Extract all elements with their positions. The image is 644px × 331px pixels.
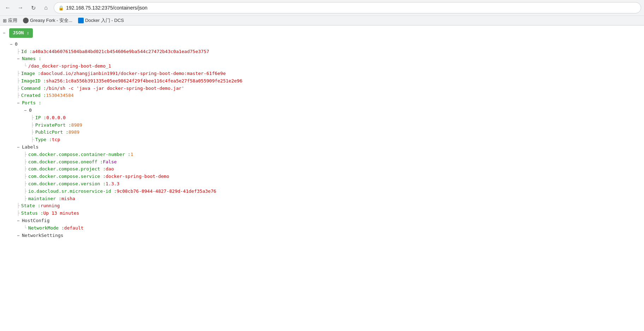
bookmark-apps[interactable]: ⊞ 应用 — [3, 17, 17, 24]
label-item-key-5: io.daocloud.sr.microservice-id : — [28, 188, 117, 195]
labels-expand-icon[interactable]: − — [17, 144, 22, 151]
label-item-key-3: com.docker.compose.service : — [28, 173, 106, 180]
status-connector: ├ — [17, 210, 20, 217]
root-index: 0 — [15, 41, 18, 48]
label-item-value-3: docker-spring-boot-demo — [106, 173, 169, 180]
bookmark-greasy-fork[interactable]: Greasy Fork - 安全... — [23, 17, 72, 24]
id-value: a40a3c44b60761504ba84bd021cb454606e9ba54… — [32, 48, 209, 56]
address-bar[interactable]: 🔒 — [54, 2, 641, 13]
nav-bar: ← → ↻ ⌂ 🔒 — [0, 0, 644, 16]
host-config-row: − HostConfig — [17, 217, 641, 225]
host-config-expand-icon[interactable]: − — [17, 217, 22, 224]
image-value: daocloud.io/zhangjianbin1991/docker-spri… — [41, 70, 226, 77]
names-expand-icon[interactable]: − — [17, 56, 22, 62]
network-settings-expand-icon[interactable]: − — [17, 232, 22, 239]
lock-icon: 🔒 — [58, 5, 64, 11]
public-port-connector: ├ — [31, 129, 34, 136]
label-item-key-4: com.docker.compose.version : — [28, 180, 106, 188]
label-item-key-6: maintainer : — [28, 195, 61, 203]
label-item-value-4: 1.3.3 — [106, 180, 119, 188]
forward-button[interactable]: → — [16, 3, 25, 13]
label-item-3: ├com.docker.compose.service : docker-spr… — [24, 173, 641, 180]
address-input[interactable] — [66, 5, 637, 11]
command-row: ├ Command : /bin/sh -c 'java -jar docker… — [17, 85, 641, 92]
network-mode-connector: └ — [24, 225, 27, 232]
label-item-value-0: 1 — [130, 151, 133, 158]
ip-value: 0.0.0.0 — [46, 114, 66, 122]
command-value: /bin/sh -c 'java -jar docker-spring-boot… — [46, 85, 184, 92]
json-badge[interactable]: JSON : — [9, 28, 33, 38]
id-connector: ├ — [17, 48, 20, 56]
created-value: 1530434584 — [46, 92, 73, 99]
label-item-connector-6: ├ — [24, 195, 27, 203]
state-connector: ├ — [17, 202, 20, 210]
public-port-row: ├ PublicPort : 8989 — [31, 129, 641, 136]
apps-grid-icon: ⊞ — [3, 18, 7, 23]
public-port-key: PublicPort : — [35, 129, 69, 136]
ports-index: 0 — [29, 107, 32, 114]
back-button[interactable]: ← — [3, 3, 13, 13]
labels-row: − Labels — [17, 144, 641, 151]
created-key: Created : — [21, 92, 46, 99]
refresh-button[interactable]: ↻ — [28, 3, 38, 13]
label-item-connector-3: ├ — [24, 173, 27, 180]
public-port-value: 8989 — [69, 129, 79, 136]
bookmarks-bar: ⊞ 应用 Greasy Fork - 安全... Docker 入门 - DCS — [0, 16, 644, 25]
label-item-connector-1: ├ — [24, 158, 27, 166]
image-id-connector: ├ — [17, 77, 20, 85]
image-row: ├ Image : daocloud.io/zhangjianbin1991/d… — [17, 70, 641, 77]
type-value: tcp — [52, 136, 60, 144]
root-collapse-icon[interactable]: − — [3, 30, 8, 36]
label-item-key-1: com.docker.compose.oneoff : — [28, 158, 103, 166]
home-button[interactable]: ⌂ — [41, 3, 51, 13]
type-connector: ├ — [31, 136, 34, 144]
label-item-value-2: dao — [106, 166, 114, 173]
ports-row: − Ports : — [17, 99, 641, 107]
label-items-container: ├com.docker.compose.container-number : 1… — [3, 151, 641, 203]
docker-favicon — [78, 18, 84, 23]
names-0-row: └ /dao_docker-spring-boot-demo_1 — [24, 63, 641, 70]
label-item-key-0: com.docker.compose.container-number : — [28, 151, 131, 158]
label-item-value-5: 9c08cb76-0944-4827-829d-41def35a3e76 — [117, 188, 216, 195]
created-row: ├ Created : 1530434584 — [17, 92, 641, 99]
label-item-connector-0: ├ — [24, 151, 27, 158]
label-item-key-2: com.docker.compose.project : — [28, 166, 106, 173]
names-row: − Names : — [17, 55, 641, 63]
ports-expand-icon[interactable]: − — [17, 100, 22, 106]
greasy-fork-label: Greasy Fork - 安全... — [30, 17, 72, 24]
network-mode-key: NetworkMode : — [28, 225, 64, 232]
json-viewer: − JSON : − 0 ├ Id : a40a3c44b60761504ba8… — [0, 25, 644, 242]
type-row: ├ Type : tcp — [31, 136, 641, 144]
label-item-5: ├io.daocloud.sr.microservice-id : 9c08cb… — [24, 188, 641, 195]
type-key: Type : — [35, 136, 52, 144]
root-node: − 0 — [10, 41, 641, 48]
label-item-2: ├com.docker.compose.project : dao — [24, 166, 641, 173]
json-viewer-header: − JSON : — [3, 28, 641, 38]
network-settings-row: − NetworkSettings — [17, 232, 641, 239]
label-item-value-1: False — [103, 158, 117, 166]
browser-chrome: ← → ↻ ⌂ 🔒 ⊞ 应用 Greasy Fork - 安全... Docke… — [0, 0, 644, 25]
status-key: Status : — [21, 210, 43, 217]
ports-key: Ports : — [22, 99, 41, 107]
bookmark-docker[interactable]: Docker 入门 - DCS — [78, 17, 124, 24]
ip-connector: ├ — [31, 114, 34, 122]
host-config-key: HostConfig — [22, 217, 49, 225]
private-port-key: PrivatePort : — [35, 122, 71, 129]
network-mode-row: └ NetworkMode : default — [24, 225, 641, 232]
labels-key: Labels — [22, 144, 39, 151]
root-expand-icon[interactable]: − — [10, 41, 15, 48]
names-key: Names : — [22, 55, 41, 63]
label-item-value-6: misha — [61, 195, 75, 203]
label-item-connector-5: ├ — [24, 188, 27, 195]
apps-label: 应用 — [8, 17, 17, 24]
names-0-value: /dao_docker-spring-boot-demo_1 — [28, 63, 111, 70]
ip-row: ├ IP : 0.0.0.0 — [31, 114, 641, 122]
image-connector: ├ — [17, 70, 20, 77]
ports-0-expand-icon[interactable]: − — [24, 107, 29, 114]
state-row: ├ State : running — [17, 202, 641, 210]
image-id-key: ImageID : — [21, 77, 46, 85]
label-item-4: ├com.docker.compose.version : 1.3.3 — [24, 180, 641, 188]
status-value: Up 13 minutes — [43, 210, 79, 217]
docker-label: Docker 入门 - DCS — [85, 17, 124, 24]
greasy-fork-favicon — [23, 18, 29, 23]
